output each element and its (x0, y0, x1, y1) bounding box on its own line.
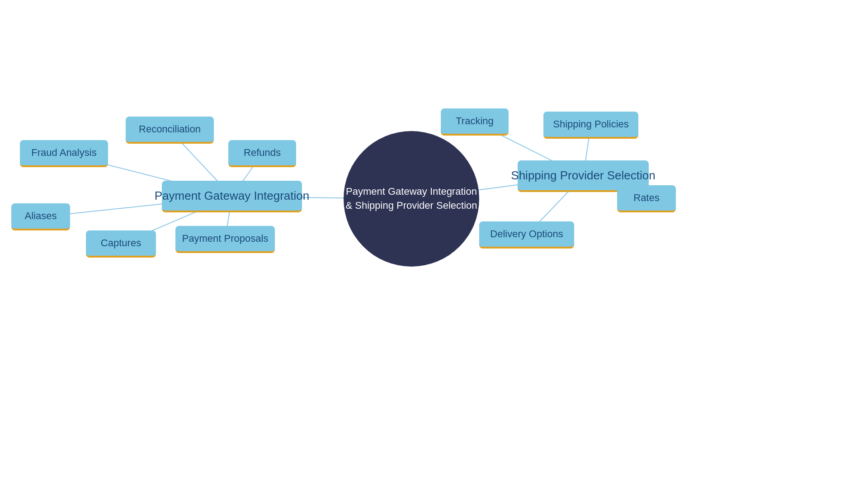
center-node: Payment Gateway Integration & Shipping P… (344, 131, 479, 267)
reconciliation-label: Reconciliation (139, 123, 201, 135)
mind-map-canvas: Payment Gateway Integration & Shipping P… (0, 0, 868, 488)
tracking-node: Tracking (441, 108, 509, 136)
delivery-options-node: Delivery Options (479, 221, 574, 249)
aliases-label: Aliases (25, 210, 57, 222)
rates-label: Rates (633, 192, 659, 204)
shipping-policies-label: Shipping Policies (553, 118, 629, 130)
fraud-analysis-node: Fraud Analysis (20, 140, 108, 167)
payment-proposals-node: Payment Proposals (175, 226, 275, 253)
payment-proposals-label: Payment Proposals (182, 233, 269, 244)
tracking-label: Tracking (456, 115, 494, 127)
delivery-options-label: Delivery Options (490, 228, 563, 240)
right-hub-label: Shipping Provider Selection (511, 169, 655, 183)
captures-label: Captures (101, 237, 141, 249)
fraud-analysis-label: Fraud Analysis (31, 147, 96, 159)
center-label: Payment Gateway Integration & Shipping P… (344, 185, 479, 213)
captures-node: Captures (86, 230, 156, 258)
shipping-policies-node: Shipping Policies (543, 112, 638, 139)
refunds-node: Refunds (228, 140, 296, 167)
left-hub-label: Payment Gateway Integration (155, 189, 310, 203)
left-hub-node: Payment Gateway Integration (162, 181, 302, 212)
refunds-label: Refunds (244, 147, 281, 159)
aliases-node: Aliases (11, 203, 70, 230)
reconciliation-node: Reconciliation (126, 117, 214, 144)
rates-node: Rates (617, 185, 676, 212)
